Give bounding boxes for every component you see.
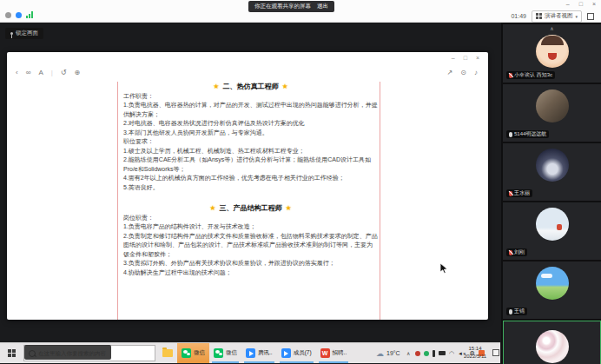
page-margin-line-right [380, 82, 380, 320]
app-label: 成员(7) [294, 349, 312, 357]
wechat-button-active[interactable]: 微信 [177, 343, 209, 363]
restore-button[interactable]: □ [579, 1, 583, 8]
duty-item: 2.负责制定和修订结构件产品的技术文件和质量验收标准，包括物料采购技术要求的制定… [123, 232, 378, 260]
avatar [536, 267, 569, 300]
toolbar-divider: | [51, 69, 53, 76]
wechat-icon [214, 348, 223, 358]
info-icon[interactable] [5, 12, 11, 18]
wechat-button[interactable]: 微信 [209, 343, 241, 363]
recording-icon[interactable] [16, 12, 22, 18]
participant-tile-active-speaker[interactable]: ∨ [503, 321, 601, 364]
participant-tile[interactable]: 刘刚 [503, 202, 601, 260]
fullscreen-icon[interactable] [587, 13, 594, 20]
phone-link-icon[interactable] [433, 350, 435, 357]
wechat-icon [182, 348, 191, 358]
window-controls: – □ × [566, 1, 596, 8]
app-titlebar: 你正在观看共享的屏幕 退出 – □ × 01:49 演讲者视图 ▾ [0, 0, 601, 23]
globe-icon[interactable]: ⊕ [75, 69, 81, 76]
participant-tile[interactable]: ∧ 小幸诶认 西知3c [503, 24, 601, 83]
pin-label: 锁定画面 [16, 30, 38, 37]
screen-share-banner: 你正在观看共享的屏幕 退出 [248, 1, 334, 12]
doc-minimize-button[interactable]: – [452, 55, 455, 61]
section-title-structure: ★三、产品结构工程师★ [123, 204, 378, 214]
participant-name: 刘刚 [514, 249, 525, 255]
grid-view-icon [536, 13, 542, 19]
clock-date: 2022/5/11 [459, 353, 492, 361]
document-toolbar-left: ‹ ∞ A | ↺ ⊕ [16, 69, 80, 76]
page-margin-line-left [117, 82, 118, 320]
more-apps-icon[interactable]: ♪ [474, 69, 478, 76]
avatar [536, 149, 569, 182]
back-icon[interactable]: ‹ [16, 69, 18, 76]
wps-document-button[interactable]: W 招聘.. [316, 343, 352, 363]
tencent-meeting-button[interactable]: 腾讯.. [241, 343, 277, 363]
participant-name-badge: 王锦 [506, 308, 527, 315]
mic-icon [509, 132, 512, 137]
participant-tile[interactable]: 王锦 [503, 261, 601, 319]
weather-widget[interactable]: ☁ 19°C [376, 343, 400, 363]
section-title-thermal: ★二、热仿真工程师★ [123, 83, 378, 92]
shared-document-window: – □ × ‹ ∞ A | ↺ ⊕ ↗ ⊙ ♪ ★二、热仿真工程师★ [7, 52, 488, 320]
tray-expand-icon[interactable]: ∧ [406, 343, 410, 363]
titlebar-right-tools: 01:49 演讲者视图 ▾ [511, 10, 594, 22]
close-button[interactable]: × [592, 1, 596, 8]
font-size-icon[interactable]: A [38, 69, 43, 76]
action-center-icon[interactable] [492, 349, 499, 356]
temperature: 19°C [386, 350, 400, 356]
banner-exit-button[interactable]: 退出 [317, 3, 328, 10]
duty-item: 3.本部门其他研发人员协同开发新产品，与专家沟通。 [123, 129, 378, 138]
collapse-icon[interactable]: ∧ [503, 25, 601, 32]
duty-heading: 岗位职责： [123, 214, 378, 223]
banner-text: 你正在观看共享的屏幕 [254, 3, 311, 10]
elapsed-time: 01:49 [511, 13, 526, 19]
participant-name: 王锦 [514, 308, 525, 314]
taskbar-clock[interactable]: 15:14 2022/5/11 [459, 345, 492, 361]
taskbar-tooltip-overlay [24, 345, 111, 360]
requirement-heading: 职位要求： [123, 137, 378, 147]
network-signal-icon[interactable] [26, 11, 33, 18]
participant-name-badge: 刘刚 [506, 248, 527, 256]
participant-tile[interactable]: 5144明远远航 [503, 84, 601, 142]
pin-view-button[interactable]: 锁定画面 [5, 28, 43, 39]
star-icon: ★ [282, 83, 288, 90]
avatar [536, 35, 569, 68]
download-icon[interactable]: ⊙ [460, 69, 466, 76]
pin-icon [10, 32, 13, 35]
avatar [536, 208, 569, 241]
app-label: 微信 [194, 349, 205, 357]
wifi-icon[interactable]: ◠ [449, 351, 454, 356]
start-button[interactable] [0, 343, 23, 363]
participant-name: 5144明远远航 [514, 131, 546, 137]
participant-name-badge: 5144明远远航 [506, 130, 549, 138]
document-window-controls: – □ × [452, 55, 479, 61]
file-explorer-button[interactable] [158, 343, 177, 363]
view-mode-label: 演讲者视图 [545, 12, 573, 20]
document-body: ★二、热仿真工程师★ 工作职责： 1.负责电抗器、电容器热的计算，对产品的开发、… [123, 78, 378, 277]
mic-muted-icon [509, 191, 512, 196]
participant-name: 王水丽 [514, 190, 530, 196]
duty-item: 3.负责拟订外购、外协产品有关技术协议和质量协议，并跟进协议的落实履行； [123, 259, 378, 268]
star-icon: ★ [209, 204, 215, 212]
tray-app-icon[interactable] [424, 351, 429, 356]
battery-icon[interactable] [439, 351, 446, 355]
avatar [536, 89, 569, 122]
participant-tile[interactable]: 王水丽 [503, 143, 601, 201]
duty-item: 4.协助解决生产过程中出现的技术问题； [123, 268, 378, 278]
minimize-button[interactable]: – [566, 1, 570, 8]
star-icon: ★ [213, 83, 219, 90]
refresh-icon[interactable]: ↺ [61, 69, 67, 76]
view-mode-button[interactable]: 演讲者视图 ▾ [532, 10, 582, 23]
duty-item: 1.负责电容产品的结构件设计、开发与技术改造； [123, 222, 378, 232]
share-icon[interactable]: ↗ [447, 69, 453, 76]
link-icon[interactable]: ∞ [26, 69, 31, 76]
doc-close-button[interactable]: × [476, 55, 479, 61]
requirement-item: 1.硕士及以上学历，机械工程、机械制造、热工程或材料工程专业； [123, 147, 378, 156]
meeting-app-window: 你正在观看共享的屏幕 退出 – □ × 01:49 演讲者视图 ▾ 锁定画面 – [0, 0, 601, 364]
doc-restore-button[interactable]: □ [464, 55, 467, 61]
tencent-meeting-icon [246, 348, 255, 358]
requirement-item: 4.需有2年以上的机械仿真方面的工作经验，优先考虑在电子相关行业的工作经验； [123, 174, 378, 183]
wps-icon: W [320, 348, 330, 358]
meeting-members-button[interactable]: 成员(7) [277, 343, 316, 363]
requirement-item: 2.能熟练使用CAE分析工具（如Ansys等）进行仿真分析与计算；能熟练使用CA… [123, 156, 378, 174]
tray-app-icon[interactable] [415, 351, 420, 356]
